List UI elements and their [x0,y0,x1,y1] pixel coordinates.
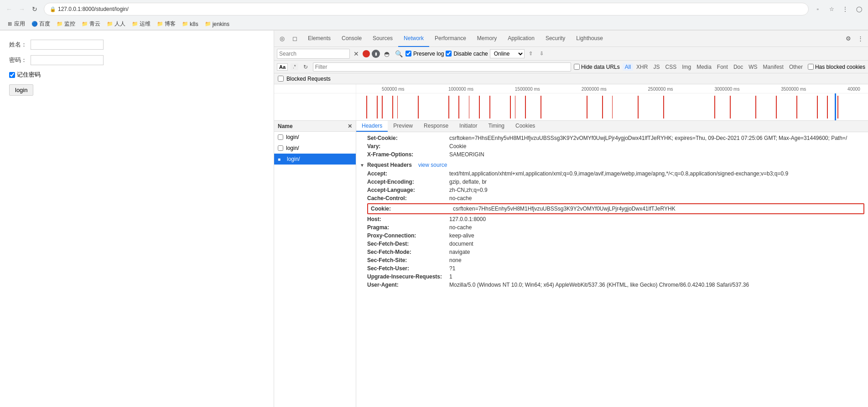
tab-application[interactable]: Application [502,31,540,47]
detail-tab-headers[interactable]: Headers [356,121,388,132]
sec-fetch-mode-val: navigate [449,249,470,255]
disable-cache-label[interactable]: Disable cache [446,51,488,57]
type-btn-doc[interactable]: Doc [731,63,745,71]
extension-icon[interactable]: ▫ [812,4,823,15]
timeline-ruler: 500000 ms 1000000 ms 1500000 ms 2000000 … [356,84,868,93]
reload-button[interactable]: ↻ [29,4,40,15]
type-btn-other[interactable]: Other [787,63,805,71]
type-btn-font[interactable]: Font [715,63,730,71]
bookmark-jenkins[interactable]: 📁 jenkins [202,20,232,28]
detail-tab-timing[interactable]: Timing [483,121,510,132]
hide-data-urls-check[interactable]: Hide data URLs [574,64,620,70]
type-btn-xhr[interactable]: XHR [634,63,650,71]
net-row-1-checkbox[interactable] [278,134,283,140]
back-button[interactable]: ← [4,4,15,15]
network-row-3[interactable]: ■ login/ [274,154,356,165]
net-row-2-checkbox[interactable] [278,145,283,151]
bookmark-k8s[interactable]: 📁 k8s [179,20,201,28]
k8s-icon: 📁 [182,21,188,27]
timeline-bar-22 [730,96,731,118]
bookmark-yunwei[interactable]: 📁 运维 [129,19,153,29]
stop-button[interactable]: ▮ [372,50,380,58]
filter-input[interactable] [315,64,569,70]
jenkins-icon: 📁 [205,21,211,27]
network-row-1[interactable]: login/ [274,132,356,143]
password-label: 密码： [9,56,27,64]
has-blocked-cookies-label[interactable]: Has blocked cookies [808,64,865,70]
record-button[interactable] [363,50,370,57]
timeline-mark-1000: 1000000 ms [448,87,473,92]
upload-icon[interactable]: ⇧ [526,49,535,58]
tab-lighthouse[interactable]: Lighthouse [571,31,608,47]
accept-language-row: Accept-Language: zh-CN,zh;q=0.9 [360,186,864,194]
detail-tab-response[interactable]: Response [418,121,454,132]
tab-security[interactable]: Security [540,31,571,47]
devtools-inspect-icon[interactable]: ◎ [276,33,288,45]
bookmark-renren[interactable]: 📁 人人 [104,19,128,29]
detail-close-icon[interactable]: ✕ [348,123,352,129]
preserve-log-checkbox[interactable] [405,51,411,57]
regex-button[interactable]: .* [291,63,298,70]
bookmark-monitor[interactable]: 📁 监控 [54,19,78,29]
reload-filter-icon[interactable]: ↻ [301,62,310,72]
type-btn-ws[interactable]: WS [746,63,759,71]
tab-sources[interactable]: Sources [367,31,398,47]
name-input[interactable] [31,40,104,50]
login-button[interactable]: login [9,84,33,96]
type-btn-media[interactable]: Media [694,63,714,71]
online-dropdown-group: Online Offline Slow 3G Fast 3G [490,49,525,58]
type-btn-js[interactable]: JS [651,63,662,71]
bookmarks-bar: ⊞ 应用 🔵 百度 📁 监控 📁 青云 📁 人人 📁 运维 📁 博客 📁 [0,18,868,30]
has-blocked-cookies-checkbox[interactable] [808,64,814,70]
devtools-more-icon[interactable]: ⋮ [854,33,866,45]
preserve-log-label[interactable]: Preserve log [405,51,444,57]
star-icon[interactable]: ☆ [826,4,837,15]
tab-elements[interactable]: Elements [302,31,336,47]
timeline-left-spacer [274,93,356,121]
remember-checkbox[interactable] [9,72,15,78]
type-btn-css[interactable]: CSS [663,63,679,71]
disable-cache-checkbox[interactable] [446,51,452,57]
bookmark-baidu[interactable]: 🔵 百度 [29,19,53,29]
name-col-label: Name [278,123,293,129]
filter-icon[interactable]: ◓ [382,49,392,59]
tab-network[interactable]: Network [398,31,429,47]
search-icon[interactable]: 🔍 [394,49,404,59]
hide-data-urls-text: Hide data URLs [581,64,620,70]
settings-icon[interactable]: ⋮ [840,4,851,15]
tab-memory[interactable]: Memory [472,31,502,47]
name-row: 姓名： [9,40,265,50]
sec-fetch-dest-key: Sec-Fetch-Dest: [367,241,449,247]
account-icon[interactable]: ◯ [853,4,864,15]
bookmark-blog[interactable]: 📁 博客 [154,19,178,29]
type-btn-all[interactable]: All [623,63,633,71]
address-bar[interactable]: 🔒 127.0.0.1:8000/student/login/ [44,3,809,15]
forward-button[interactable]: → [16,4,27,15]
timeline-mark-2500: 2500000 ms [648,87,673,92]
bookmark-apps[interactable]: ⊞ 应用 [4,19,28,29]
tab-console[interactable]: Console [336,31,367,47]
password-input[interactable] [31,55,104,65]
detail-tab-cookies[interactable]: Cookies [510,121,541,132]
detail-tab-preview[interactable]: Preview [388,121,418,132]
network-row-2[interactable]: login/ [274,143,356,154]
hide-data-urls-checkbox[interactable] [574,64,580,70]
timeline-bar-4 [392,96,393,118]
bookmark-qingyun[interactable]: 📁 青云 [79,19,103,29]
timeline-bar-11 [489,96,490,118]
download-icon[interactable]: ⇩ [537,49,546,58]
type-btn-manifest[interactable]: Manifest [761,63,786,71]
online-select[interactable]: Online Offline Slow 3G Fast 3G [490,49,525,58]
devtools-device-icon[interactable]: ◻ [289,33,301,45]
search-close-icon[interactable]: ✕ [353,50,359,57]
request-headers-title[interactable]: ▼ Request Headers view source [360,160,864,170]
devtools-settings-icon[interactable]: ⚙ [842,33,854,45]
type-btn-img[interactable]: Img [680,63,693,71]
blocked-requests-checkbox[interactable] [278,76,284,82]
detail-tab-initiator[interactable]: Initiator [454,121,483,132]
tab-performance[interactable]: Performance [429,31,472,47]
blog-icon: 📁 [157,21,163,27]
view-source-link[interactable]: view source [418,162,447,168]
search-input[interactable] [279,51,334,57]
aa-button[interactable]: Aa [277,63,288,71]
